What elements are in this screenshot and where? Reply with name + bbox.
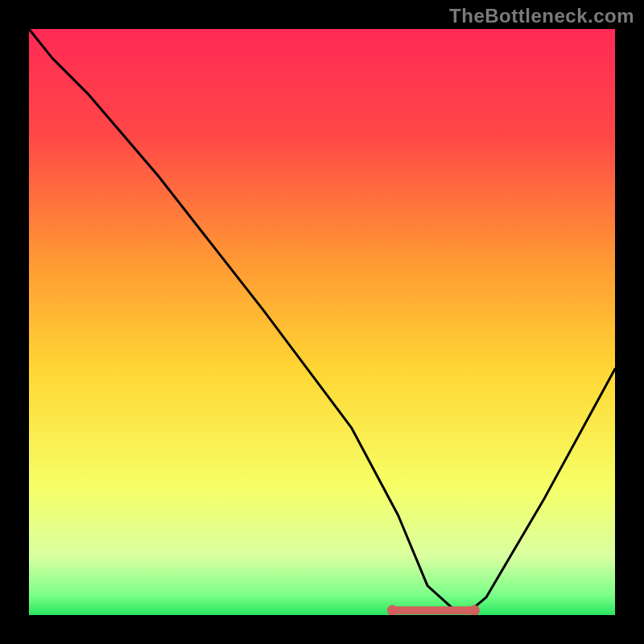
chart-frame: TheBottleneck.com (0, 0, 644, 644)
plot-area (29, 29, 615, 615)
optimal-band (387, 605, 480, 615)
plot-inner (29, 29, 615, 615)
chart-svg (29, 29, 615, 615)
watermark-text: TheBottleneck.com (449, 5, 634, 27)
